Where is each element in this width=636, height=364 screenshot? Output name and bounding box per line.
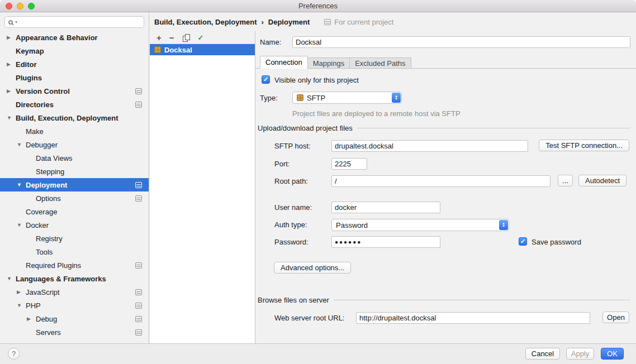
add-server-icon[interactable]: +: [156, 33, 162, 42]
browse-section-header: Browse files on server: [258, 296, 630, 304]
sidebar-item-registry[interactable]: Registry: [0, 232, 149, 245]
sftp-icon: [297, 94, 303, 101]
section-divider: [334, 300, 630, 300]
visible-only-label: Visible only for this project: [274, 76, 359, 85]
visible-only-checkbox[interactable]: ✓: [262, 75, 270, 84]
sidebar-item-debug[interactable]: ▶Debug: [0, 312, 149, 325]
sidebar-item-label: Docker: [26, 221, 49, 229]
sidebar-item-build-execution-deployment[interactable]: ▼Build, Execution, Deployment: [0, 111, 149, 124]
user-name-label: User name:: [274, 203, 312, 212]
breadcrumb-separator-icon: ›: [261, 18, 263, 26]
sidebar-item-directories[interactable]: Directories: [0, 98, 149, 111]
preferences-window: Preferences ▾ ▶Appearance & BehaviorKeym…: [0, 0, 636, 364]
close-window-button[interactable]: [6, 3, 12, 9]
auth-type-select[interactable]: Password ▲ ▼: [331, 219, 509, 231]
sidebar-item-label: Deployment: [26, 181, 67, 189]
chevron-down-icon[interactable]: ▼: [17, 182, 26, 188]
sidebar-item-stepping[interactable]: Stepping: [0, 165, 149, 178]
per-project-settings-icon: [135, 289, 142, 295]
test-connection-button[interactable]: Test SFTP connection...: [539, 140, 629, 151]
copy-server-icon[interactable]: [182, 33, 190, 42]
chevron-right-icon[interactable]: ▶: [7, 35, 16, 40]
chevron-right-icon[interactable]: ▶: [27, 316, 36, 322]
chevron-right-icon[interactable]: ▶: [17, 289, 26, 295]
browse-root-path-button[interactable]: ...: [558, 175, 573, 186]
sidebar-item-label: Options: [36, 194, 61, 203]
chevron-down-icon[interactable]: ▼: [7, 115, 16, 121]
titlebar[interactable]: Preferences: [0, 0, 636, 12]
remove-server-icon[interactable]: −: [169, 33, 174, 42]
root-path-input[interactable]: [331, 175, 550, 187]
open-button[interactable]: Open: [602, 312, 629, 323]
settings-header: Build, Execution, Deployment › Deploymen…: [150, 12, 636, 31]
apply-button[interactable]: Apply: [566, 348, 594, 360]
zoom-window-button[interactable]: [28, 3, 35, 9]
settings-tabs: ConnectionMappingsExcluded Paths: [260, 56, 411, 69]
sidebar-item-debugger[interactable]: ▼Debugger: [0, 138, 149, 151]
use-as-default-icon[interactable]: ✓: [198, 34, 204, 41]
sidebar-item-keymap[interactable]: Keymap: [0, 44, 149, 58]
stepper-down-icon: ▼: [502, 225, 505, 228]
sidebar-item-tools[interactable]: Tools: [0, 245, 149, 258]
root-path-label: Root path:: [274, 177, 308, 186]
sidebar-item-version-control[interactable]: ▶Version Control: [0, 84, 149, 98]
breadcrumb-current: Deployment: [268, 18, 310, 26]
name-input[interactable]: [292, 36, 630, 48]
server-list-item-docksal[interactable]: Docksal: [150, 44, 255, 55]
autodetect-button[interactable]: Autodetect: [578, 175, 626, 186]
sidebar-item-javascript[interactable]: ▶JavaScript: [0, 285, 149, 299]
chevron-right-icon[interactable]: ▶: [7, 88, 16, 94]
tab-connection[interactable]: Connection: [260, 56, 308, 69]
sidebar-item-label: Make: [26, 127, 44, 136]
sidebar-item-coverage[interactable]: Coverage: [0, 205, 149, 218]
sidebar-item-servers[interactable]: Servers: [0, 325, 149, 339]
server-items: Docksal: [150, 44, 255, 55]
sftp-host-input[interactable]: [331, 140, 528, 152]
tab-excluded-paths[interactable]: Excluded Paths: [349, 58, 411, 69]
sidebar-item-deployment[interactable]: ▼Deployment: [0, 178, 149, 191]
settings-tree: ▶Appearance & BehaviorKeymap▶EditorPlugi…: [0, 31, 149, 339]
sidebar-item-editor[interactable]: ▶Editor: [0, 58, 149, 71]
chevron-down-icon[interactable]: ▼: [17, 303, 26, 308]
advanced-options-button[interactable]: Advanced options...: [274, 262, 351, 274]
search-history-dropdown-icon[interactable]: ▾: [15, 20, 17, 25]
help-button[interactable]: ?: [8, 348, 20, 360]
sidebar-item-required-plugins[interactable]: Required Plugins: [0, 258, 149, 272]
per-project-settings-icon: [135, 102, 142, 108]
port-input[interactable]: [331, 158, 367, 170]
ok-button[interactable]: OK: [601, 348, 624, 360]
type-select[interactable]: SFTP ▲ ▼: [292, 92, 402, 104]
password-input[interactable]: [331, 236, 440, 248]
breadcrumb-parent[interactable]: Build, Execution, Deployment: [154, 18, 257, 26]
tab-mappings[interactable]: Mappings: [307, 58, 350, 69]
chevron-right-icon[interactable]: ▶: [7, 61, 16, 67]
current-project-icon: [324, 19, 331, 25]
web-root-input[interactable]: [356, 312, 590, 324]
sidebar-item-docker[interactable]: ▼Docker: [0, 218, 149, 232]
sidebar-item-label: Plugins: [16, 74, 42, 82]
settings-search-input[interactable]: ▾: [4, 16, 144, 28]
save-password-checkbox[interactable]: ✓: [519, 237, 527, 246]
sidebar-item-data-views[interactable]: Data Views: [0, 151, 149, 165]
user-name-input[interactable]: [331, 202, 440, 213]
sidebar-item-label: Build, Execution, Deployment: [16, 114, 118, 122]
minimize-window-button[interactable]: [17, 3, 23, 9]
chevron-down-icon[interactable]: ▼: [17, 142, 26, 147]
cancel-button[interactable]: Cancel: [525, 348, 560, 360]
per-project-settings-icon: [135, 316, 142, 322]
chevron-down-icon[interactable]: ▼: [17, 222, 26, 228]
upload-section-header: Upload/download project files: [258, 124, 630, 132]
sidebar-item-label: Data Views: [36, 154, 73, 162]
sidebar-item-languages-frameworks[interactable]: ▼Languages & Frameworks: [0, 272, 149, 285]
search-icon: [8, 20, 13, 25]
settings-sidebar: ▾ ▶Appearance & BehaviorKeymap▶EditorPlu…: [0, 12, 149, 343]
sidebar-item-appearance-behavior[interactable]: ▶Appearance & Behavior: [0, 31, 149, 44]
sidebar-item-plugins[interactable]: Plugins: [0, 71, 149, 84]
per-project-settings-icon: [135, 195, 142, 202]
sidebar-item-php[interactable]: ▼PHP: [0, 299, 149, 312]
sidebar-item-options[interactable]: Options: [0, 191, 149, 205]
password-label: Password:: [274, 238, 308, 247]
dialog-footer: ? Cancel Apply OK: [0, 343, 636, 364]
sidebar-item-make[interactable]: Make: [0, 124, 149, 138]
chevron-down-icon[interactable]: ▼: [7, 276, 16, 281]
